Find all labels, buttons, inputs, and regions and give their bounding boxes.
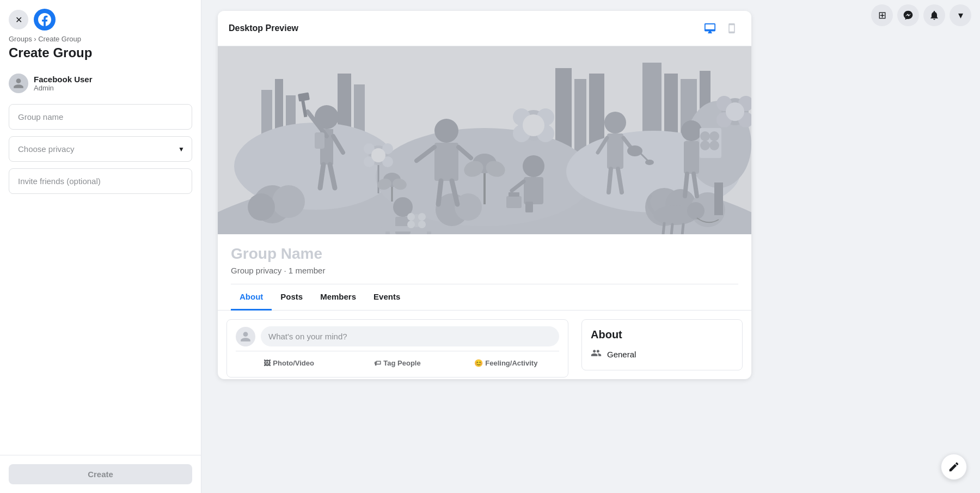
- svg-point-84: [681, 120, 702, 141]
- svg-point-63: [434, 119, 458, 143]
- group-name-preview: Group Name: [231, 245, 738, 263]
- main-layout: ✕ Groups › Create Group Create Group Fac…: [0, 0, 980, 493]
- svg-line-60: [320, 165, 323, 188]
- group-info-section: Group Name Group privacy · 1 member: [218, 234, 751, 284]
- svg-point-88: [709, 131, 719, 141]
- svg-point-18: [272, 185, 305, 218]
- about-card: About General: [581, 319, 743, 370]
- about-item-label: General: [607, 350, 636, 359]
- feeling-activity-button[interactable]: 😊 Feeling/Activity: [453, 356, 559, 370]
- svg-point-99: [407, 213, 415, 221]
- compose-button[interactable]: [941, 454, 967, 480]
- svg-rect-70: [524, 177, 543, 204]
- group-icon: [591, 348, 602, 361]
- posts-section: What's on your mind? 🖼 Photo/Video 🏷 Tag…: [218, 319, 577, 379]
- svg-line-79: [609, 169, 611, 192]
- avatar: [9, 74, 28, 93]
- sidebar-top: ✕: [0, 0, 201, 35]
- group-name-input[interactable]: [9, 104, 192, 130]
- post-actions: 🖼 Photo/Video 🏷 Tag People 😊 Feeling/Act…: [236, 351, 559, 370]
- group-content: What's on your mind? 🖼 Photo/Video 🏷 Tag…: [218, 311, 751, 379]
- create-button[interactable]: Create: [9, 464, 192, 484]
- svg-point-19: [248, 193, 275, 221]
- svg-point-101: [407, 221, 415, 228]
- svg-rect-97: [427, 232, 431, 234]
- svg-point-90: [709, 141, 719, 150]
- privacy-wrapper: Choose privacy Public Closed Secret ▼: [9, 136, 192, 162]
- mobile-view-button[interactable]: [723, 20, 740, 37]
- page-title: Create Group: [0, 45, 201, 69]
- invite-friends-input[interactable]: [9, 168, 192, 194]
- svg-line-105: [663, 223, 664, 234]
- group-tabs: About Posts Members Events: [218, 284, 751, 311]
- user-row: Facebook User Admin: [0, 69, 201, 100]
- svg-line-91: [685, 174, 687, 196]
- svg-point-75: [604, 112, 626, 133]
- grid-icon-button[interactable]: ⊞: [871, 4, 893, 26]
- preview-area: Desktop Preview: [201, 0, 980, 493]
- tab-posts[interactable]: Posts: [272, 284, 311, 311]
- desktop-view-button[interactable]: [701, 20, 719, 37]
- user-info: Facebook User Admin: [34, 75, 93, 92]
- svg-point-100: [418, 213, 426, 221]
- svg-rect-72: [525, 202, 533, 212]
- svg-line-106: [671, 224, 672, 234]
- post-input-fake[interactable]: What's on your mind?: [261, 326, 559, 346]
- breadcrumb: Groups › Create Group: [0, 35, 201, 45]
- sidebar-bottom: Create: [0, 455, 201, 493]
- post-avatar: [236, 327, 255, 346]
- svg-rect-73: [506, 196, 522, 208]
- svg-rect-76: [607, 133, 623, 169]
- tab-about[interactable]: About: [231, 284, 272, 311]
- tab-events[interactable]: Events: [365, 284, 409, 311]
- svg-rect-62: [315, 132, 324, 149]
- svg-rect-26: [714, 182, 723, 215]
- tab-members[interactable]: Members: [311, 284, 365, 311]
- svg-rect-74: [509, 192, 519, 197]
- svg-rect-96: [385, 232, 390, 234]
- messenger-icon-button[interactable]: [897, 4, 919, 26]
- svg-point-32: [523, 114, 544, 136]
- group-meta: Group privacy · 1 member: [231, 266, 738, 275]
- svg-point-104: [687, 202, 705, 220]
- account-dropdown-button[interactable]: ▾: [950, 4, 971, 26]
- left-sidebar: ✕ Groups › Create Group Create Group Fac…: [0, 0, 201, 493]
- svg-point-83: [645, 160, 654, 165]
- preview-header: Desktop Preview: [218, 11, 751, 46]
- svg-rect-8: [574, 79, 586, 155]
- form-section: Choose privacy Public Closed Secret ▼: [0, 100, 201, 455]
- svg-rect-85: [684, 141, 699, 174]
- close-button[interactable]: ✕: [9, 10, 28, 29]
- about-item: General: [591, 348, 733, 361]
- svg-point-89: [700, 141, 710, 150]
- svg-line-67: [438, 181, 441, 204]
- tag-people-button[interactable]: 🏷 Tag People: [344, 356, 450, 370]
- about-section: About General: [577, 319, 751, 379]
- photo-video-button[interactable]: 🖼 Photo/Video: [236, 356, 342, 370]
- cover-image: [218, 46, 751, 234]
- preview-card: Desktop Preview: [218, 11, 751, 379]
- svg-point-81: [627, 145, 642, 156]
- svg-point-38: [371, 148, 385, 162]
- user-name: Facebook User: [34, 75, 93, 84]
- top-navigation: ⊞ ▾: [862, 0, 980, 31]
- svg-line-107: [682, 224, 683, 234]
- svg-point-69: [523, 155, 544, 177]
- user-role: Admin: [34, 84, 93, 92]
- svg-point-21: [455, 193, 482, 221]
- preview-view-buttons: [701, 20, 740, 37]
- svg-point-87: [700, 131, 710, 141]
- post-box: What's on your mind? 🖼 Photo/Video 🏷 Tag…: [226, 319, 568, 378]
- post-box-top: What's on your mind?: [236, 326, 559, 346]
- privacy-select[interactable]: Choose privacy Public Closed Secret: [9, 136, 192, 162]
- preview-title: Desktop Preview: [229, 23, 298, 33]
- svg-point-45: [726, 102, 744, 121]
- facebook-logo: [34, 9, 56, 31]
- svg-point-102: [418, 221, 426, 228]
- svg-rect-64: [434, 143, 458, 181]
- notifications-icon-button[interactable]: [923, 4, 945, 26]
- about-title: About: [591, 328, 733, 341]
